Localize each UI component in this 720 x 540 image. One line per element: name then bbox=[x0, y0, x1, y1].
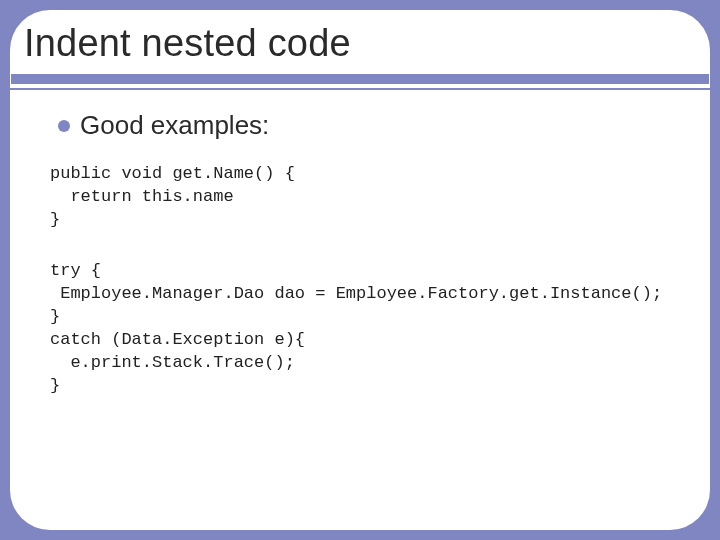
underline-thin bbox=[10, 88, 710, 90]
title-underline bbox=[10, 74, 710, 90]
underline-thick bbox=[11, 74, 709, 84]
code-example-1: public void get.Name() { return this.nam… bbox=[50, 163, 670, 232]
slide-card: Indent nested code Good examples: public… bbox=[10, 10, 710, 530]
slide-title: Indent nested code bbox=[24, 22, 351, 65]
code-example-2: try { Employee.Manager.Dao dao = Employe… bbox=[50, 260, 670, 398]
bullet-line: Good examples: bbox=[58, 110, 670, 141]
content-area: Good examples: public void get.Name() { … bbox=[58, 110, 670, 425]
bullet-text: Good examples: bbox=[80, 110, 269, 141]
bullet-icon bbox=[58, 120, 70, 132]
slide: Indent nested code Good examples: public… bbox=[0, 0, 720, 540]
